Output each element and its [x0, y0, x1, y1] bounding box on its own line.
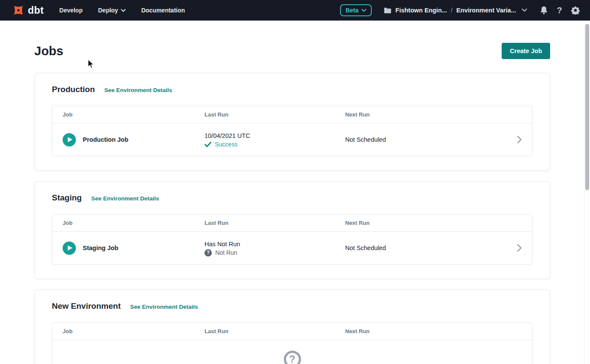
see-environment-details-link[interactable]: See Environment Details [130, 304, 198, 310]
help-icon[interactable]: ? [557, 6, 562, 15]
beta-label: Beta [346, 7, 358, 14]
environment-card: New Environment See Environment Details … [34, 289, 550, 364]
job-row[interactable]: Staging Job Has Not Run ? Not Run Not Sc… [52, 232, 532, 264]
chevron-right-icon[interactable] [517, 244, 522, 252]
environment-card-header: New Environment See Environment Details [52, 301, 533, 311]
jobs-table: Job Last Run Next Run Production Job 10/… [52, 106, 533, 156]
column-header-spacer [506, 328, 532, 334]
job-row[interactable]: Production Job 10/04/2021 UTC Success No… [52, 123, 532, 156]
column-header-job: Job [63, 328, 205, 334]
column-header-next-run: Next Run [345, 111, 506, 118]
jobs-table-body: ? [52, 340, 532, 364]
jobs-table-header: Job Last Run Next Run [52, 323, 532, 340]
jobs-table-header: Job Last Run Next Run [52, 106, 532, 123]
dbt-logo[interactable]: dbt [12, 4, 44, 17]
last-run-status-line: Success [205, 141, 345, 148]
column-header-last-run: Last Run [205, 111, 345, 118]
run-job-button[interactable] [63, 242, 76, 255]
navbar-icon-group: ? [540, 6, 580, 15]
chevron-down-icon[interactable] [522, 9, 527, 12]
chevron-right-icon[interactable] [517, 136, 522, 143]
next-run: Not Scheduled [345, 136, 506, 143]
folder-icon [384, 7, 391, 14]
bell-icon[interactable] [540, 6, 548, 15]
page-title: Jobs [34, 44, 63, 58]
chevron-down-icon [361, 9, 366, 12]
environment-card-header: Production See Environment Details [52, 85, 533, 94]
nav-item-label: Develop [59, 7, 82, 14]
last-run-status-line: ? Not Run [205, 249, 345, 257]
row-chevron-cell [506, 244, 532, 252]
job-name: Staging Job [83, 245, 118, 251]
last-run-status: Not Run [215, 249, 237, 256]
column-header-next-run: Next Run [345, 328, 506, 334]
last-run-status: Success [215, 141, 238, 148]
empty-state: ? [52, 340, 532, 364]
job-name: Production Job [83, 136, 128, 143]
scrollbar[interactable] [584, 21, 590, 364]
environment-card: Staging See Environment Details Job Last… [34, 181, 550, 279]
scrollbar-thumb[interactable] [585, 24, 589, 190]
column-header-spacer [506, 220, 532, 226]
column-header-last-run: Last Run [205, 328, 345, 334]
environment-title: Production [52, 85, 95, 94]
jobs-table-body: Production Job 10/04/2021 UTC Success No… [52, 123, 532, 156]
column-header-job: Job [63, 111, 205, 118]
nav-item-deploy[interactable]: Deploy [98, 7, 126, 14]
chevron-down-icon [121, 9, 126, 12]
nav-item-label: Deploy [98, 7, 118, 14]
column-header-spacer [506, 111, 532, 118]
see-environment-details-link[interactable]: See Environment Details [104, 87, 172, 93]
environment-title: Staging [52, 193, 82, 203]
environments: Production See Environment Details Job L… [34, 73, 550, 364]
job-cell: Staging Job [63, 242, 205, 255]
success-check-icon [205, 142, 211, 147]
gear-icon[interactable] [571, 6, 580, 15]
row-chevron-cell [506, 136, 532, 143]
run-job-button[interactable] [63, 133, 76, 146]
page-header: Jobs Create Job [34, 43, 550, 59]
empty-question-icon: ? [284, 351, 301, 364]
play-icon [68, 137, 72, 142]
last-run-cell: Has Not Run ? Not Run [205, 240, 345, 257]
column-header-job: Job [63, 220, 205, 226]
jobs-table: Job Last Run Next Run ? [52, 322, 533, 364]
nav-item-label: Documentation [141, 7, 185, 14]
beta-dropdown[interactable]: Beta [340, 4, 372, 16]
not-run-help-icon: ? [205, 249, 212, 257]
see-environment-details-link[interactable]: See Environment Details [91, 195, 159, 202]
breadcrumb: Fishtown Engin... / Environment Varia... [384, 7, 527, 14]
breadcrumb-separator: / [451, 7, 452, 14]
play-icon [68, 245, 72, 251]
create-job-button[interactable]: Create Job [502, 43, 550, 59]
jobs-page: Jobs Create Job Production See Environme… [0, 21, 550, 364]
jobs-table-header: Job Last Run Next Run [52, 215, 532, 232]
last-run-date: 10/04/2021 UTC [205, 131, 345, 140]
job-cell: Production Job [63, 133, 205, 146]
nav-item-develop[interactable]: Develop [59, 7, 82, 14]
environment-card: Production See Environment Details Job L… [34, 73, 550, 171]
dbt-logo-icon [12, 4, 25, 17]
breadcrumb-project[interactable]: Fishtown Engin... [395, 7, 447, 14]
last-run-cell: 10/04/2021 UTC Success [205, 131, 345, 148]
brand-name: dbt [28, 5, 44, 16]
top-navbar: dbt Develop Deploy Documentation Beta Fi… [0, 0, 590, 21]
breadcrumb-page[interactable]: Environment Varia... [456, 7, 516, 14]
column-header-last-run: Last Run [205, 220, 345, 226]
last-run-date: Has Not Run [205, 240, 345, 248]
jobs-table-body: Staging Job Has Not Run ? Not Run Not Sc… [52, 232, 532, 264]
environment-card-header: Staging See Environment Details [52, 193, 533, 203]
jobs-table: Job Last Run Next Run Staging Job Has No… [52, 214, 533, 265]
column-header-next-run: Next Run [345, 220, 506, 226]
next-run: Not Scheduled [345, 245, 506, 251]
environment-title: New Environment [52, 301, 120, 311]
nav-item-documentation[interactable]: Documentation [141, 7, 185, 14]
